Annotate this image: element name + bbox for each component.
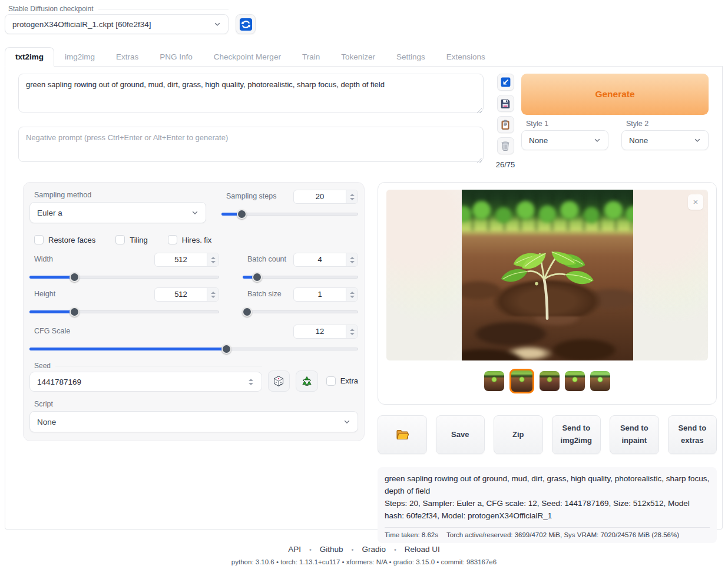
reuse-seed-button[interactable] xyxy=(296,370,318,392)
tab-extensions[interactable]: Extensions xyxy=(436,47,496,66)
footer-link-github[interactable]: Github xyxy=(320,545,343,554)
preview-backdrop xyxy=(633,190,709,360)
token-counter: 26/75 xyxy=(496,160,515,169)
checkbox-box xyxy=(115,235,125,244)
chevron-down-icon xyxy=(694,137,701,144)
stepper-arrows[interactable] xyxy=(346,288,358,301)
cfg-scale-slider[interactable] xyxy=(29,344,358,353)
generation-settings-panel: Sampling method Euler a Sampling steps 2… xyxy=(23,182,365,441)
thumbnail-5[interactable] xyxy=(590,371,610,391)
floppy-disk-icon xyxy=(500,98,511,109)
version-info: python: 3.10.6 • torch: 1.13.1+cu117 • x… xyxy=(0,558,728,565)
footer-link-reload-ui[interactable]: Reload UI xyxy=(405,545,440,554)
tiling-checkbox[interactable]: Tiling xyxy=(115,235,148,244)
negative-prompt-input[interactable] xyxy=(18,127,484,162)
sampling-steps-slider[interactable] xyxy=(221,209,358,219)
generation-info-panel: green sapling rowing out of ground, mud,… xyxy=(378,467,717,543)
thumbnail-2-selected[interactable] xyxy=(509,369,534,393)
chevron-down-icon xyxy=(343,418,350,425)
height-input[interactable]: 512 xyxy=(154,287,219,302)
style1-select[interactable]: None xyxy=(521,130,608,150)
tab-train[interactable]: Train xyxy=(292,47,330,66)
thumbnail-4[interactable] xyxy=(565,371,585,391)
paste-generation-params-button[interactable] xyxy=(497,74,514,91)
width-input[interactable]: 512 xyxy=(154,253,219,267)
batch-count-label: Batch count xyxy=(247,255,286,263)
random-seed-button[interactable] xyxy=(268,370,290,392)
tab-settings[interactable]: Settings xyxy=(386,47,436,66)
stepper-arrows[interactable] xyxy=(346,190,358,203)
generate-button[interactable]: Generate xyxy=(521,74,709,115)
clipboard-icon xyxy=(500,120,511,130)
batch-size-label: Batch size xyxy=(247,290,282,298)
send-to-extras-button[interactable]: Send to extras xyxy=(668,415,717,454)
tab-extras[interactable]: Extras xyxy=(105,47,149,66)
stepper-arrows[interactable] xyxy=(346,325,358,338)
script-select[interactable]: None xyxy=(29,411,358,432)
folder-icon xyxy=(395,428,409,442)
dice-icon xyxy=(273,375,284,387)
recycle-icon xyxy=(301,375,313,387)
sampling-method-select[interactable]: Euler a xyxy=(29,202,206,223)
footer: API • Github • Gradio • Reload UI python… xyxy=(0,545,728,565)
cfg-scale-input[interactable]: 12 xyxy=(293,325,358,339)
tab-img2img[interactable]: img2img xyxy=(54,47,105,66)
sampling-steps-input[interactable]: 20 xyxy=(293,190,358,204)
footer-link-gradio[interactable]: Gradio xyxy=(362,545,386,554)
stepper-arrows[interactable] xyxy=(346,253,358,266)
clear-prompt-button[interactable] xyxy=(497,137,514,154)
cfg-scale-label: CFG Scale xyxy=(34,327,70,335)
batch-count-slider[interactable] xyxy=(243,272,358,282)
width-label: Width xyxy=(34,255,53,263)
output-actions: Save Zip Send to img2img Send to inpaint… xyxy=(378,415,717,454)
batch-count-input[interactable]: 4 xyxy=(293,253,358,267)
vram-stats: Torch active/reserved: 3699/4702 MiB, Sy… xyxy=(446,531,679,538)
send-to-inpaint-button[interactable]: Send to inpaint xyxy=(610,415,659,454)
tab-tokenizer[interactable]: Tokenizer xyxy=(330,47,386,66)
checkbox-box xyxy=(34,235,44,244)
stepper-arrows[interactable] xyxy=(245,379,257,385)
thumbnail-1[interactable] xyxy=(484,371,504,391)
output-gallery-panel: × xyxy=(378,182,717,405)
checkpoint-select[interactable]: protogenX34OfficialR_1.ckpt [60fe2f34] xyxy=(5,14,229,34)
generated-image[interactable] xyxy=(462,190,633,360)
chevron-down-icon xyxy=(214,21,221,28)
restore-faces-checkbox[interactable]: Restore faces xyxy=(34,235,95,244)
preview-backdrop xyxy=(386,190,462,360)
footer-link-api[interactable]: API xyxy=(288,545,301,554)
batch-size-input[interactable]: 1 xyxy=(293,287,358,302)
label-divider xyxy=(55,366,262,366)
tab-png-info[interactable]: PNG Info xyxy=(149,47,203,66)
save-style-button[interactable] xyxy=(497,95,514,112)
paste-arrow-icon xyxy=(500,77,511,88)
seed-input[interactable]: 1441787169 xyxy=(29,372,262,392)
stepper-arrows[interactable] xyxy=(207,253,219,266)
extra-seed-checkbox[interactable]: Extra xyxy=(326,376,358,386)
hires-fix-checkbox[interactable]: Hires. fix xyxy=(168,235,212,244)
checkbox-box xyxy=(168,235,177,244)
txt2img-panel: green sapling rowing out of ground, mud,… xyxy=(5,67,723,530)
height-label: Height xyxy=(34,290,55,298)
chevron-down-icon xyxy=(191,209,198,216)
app-root: Stable Diffusion checkpoint protogenX34O… xyxy=(0,0,728,569)
height-slider[interactable] xyxy=(29,307,219,316)
open-folder-button[interactable] xyxy=(378,415,427,454)
save-button[interactable]: Save xyxy=(436,415,485,454)
width-slider[interactable] xyxy=(29,272,219,282)
thumbnail-3[interactable] xyxy=(540,371,560,391)
style2-select[interactable]: None xyxy=(621,130,709,150)
stepper-arrows[interactable] xyxy=(207,288,219,301)
seed-label: Seed xyxy=(34,362,51,370)
send-to-img2img-button[interactable]: Send to img2img xyxy=(552,415,601,454)
sampling-method-label: Sampling method xyxy=(34,191,206,199)
apply-style-button[interactable] xyxy=(497,116,514,133)
close-icon[interactable]: × xyxy=(688,194,703,210)
prompt-input[interactable]: green sapling rowing out of ground, mud,… xyxy=(18,74,484,113)
tab-checkpoint-merger[interactable]: Checkpoint Merger xyxy=(203,47,292,66)
zip-button[interactable]: Zip xyxy=(494,415,543,454)
tab-txt2img[interactable]: txt2img xyxy=(5,47,54,67)
batch-size-slider[interactable] xyxy=(243,307,358,316)
refresh-checkpoint-button[interactable] xyxy=(236,14,256,34)
sapling-illustration xyxy=(500,219,594,325)
tab-bar: txt2img img2img Extras PNG Info Checkpoi… xyxy=(5,46,723,67)
